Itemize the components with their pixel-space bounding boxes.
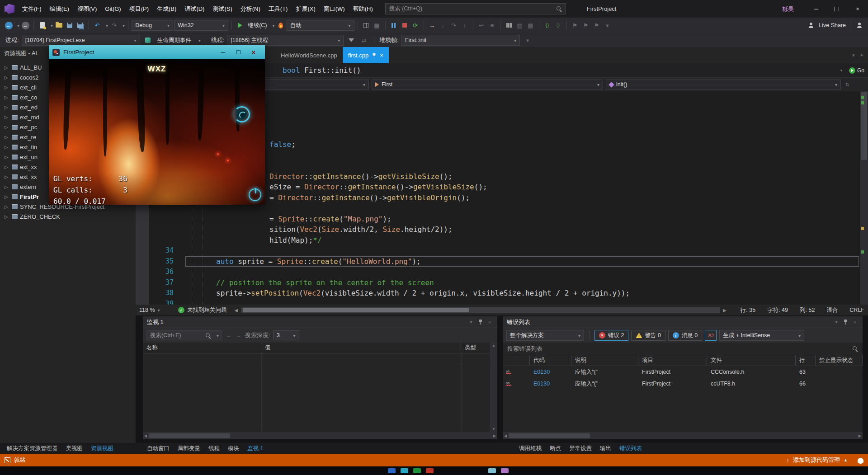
watch-column-header[interactable]: 值 <box>261 343 461 353</box>
error-column-header[interactable]: 禁止显示状态 <box>816 355 863 366</box>
panel-header[interactable]: 错误列表 <box>503 316 863 328</box>
chevron-right-icon[interactable] <box>5 115 9 120</box>
chevron-right-icon[interactable] <box>5 95 9 100</box>
new-file-icon[interactable] <box>37 20 47 30</box>
chevron-right-icon[interactable] <box>5 184 9 189</box>
error-row[interactable]: abE0130应输入“{”FirstProjectccUTF8.h66 <box>503 378 863 390</box>
filter-threads-icon[interactable] <box>346 35 356 45</box>
game-close-button[interactable]: × <box>246 47 261 58</box>
flag-threads-icon[interactable] <box>359 35 369 45</box>
live-share-icon[interactable] <box>806 20 816 30</box>
next-bookmark-icon[interactable] <box>592 20 602 30</box>
breakpoint-gutter[interactable] <box>136 235 149 246</box>
watch-horizontal-scrollbar[interactable]: ◀▶ <box>143 432 497 439</box>
watch-search-input[interactable]: 搜索(Ctrl+E) <box>146 330 222 340</box>
menu-item[interactable]: 生成(B) <box>153 0 180 18</box>
solution-configuration-dropdown[interactable]: Debug <box>132 20 173 31</box>
error-column-header[interactable]: 说明 <box>571 355 638 366</box>
hex-display-icon[interactable] <box>526 20 536 30</box>
window-position-icon[interactable] <box>833 319 840 326</box>
pin-icon[interactable] <box>844 319 848 325</box>
error-source-dropdown[interactable]: 生成 + IntelliSense <box>719 330 804 341</box>
step-into-icon[interactable] <box>438 20 448 30</box>
chevron-right-icon[interactable] <box>5 65 9 70</box>
chevron-right-icon[interactable] <box>5 194 9 199</box>
continue-button[interactable]: 继续(C) <box>248 22 267 29</box>
chevron-down-icon[interactable] <box>840 68 843 73</box>
panel-tab[interactable]: 自动窗口 <box>143 443 174 454</box>
break-all-windows-icon[interactable] <box>361 20 371 30</box>
breakpoint-gutter[interactable] <box>136 267 149 277</box>
panel-tab[interactable]: 模块 <box>224 443 243 454</box>
editor-vertical-scrollbar[interactable] <box>860 91 868 305</box>
error-column-header[interactable] <box>503 355 516 366</box>
search-depth-dropdown[interactable]: 3 <box>273 330 299 340</box>
chevron-right-icon[interactable] <box>5 174 9 179</box>
panel-tab[interactable]: 局部变量 <box>174 443 204 454</box>
close-button[interactable]: × <box>847 0 868 18</box>
taskbar-icon[interactable] <box>401 468 408 473</box>
chevron-right-icon[interactable] <box>5 135 9 140</box>
process-dropdown[interactable]: [10704] FirstProject.exe <box>22 35 140 46</box>
quick-search-box[interactable]: 搜索 (Ctrl+Q) <box>385 3 566 14</box>
step-over-icon[interactable] <box>449 20 459 30</box>
chevron-down-icon[interactable] <box>272 23 274 28</box>
chevron-right-icon[interactable] <box>5 125 9 130</box>
menu-item[interactable]: 编辑(E) <box>46 0 73 18</box>
zoom-level-dropdown[interactable]: 118 % <box>139 307 173 313</box>
panel-tab[interactable]: 异常设置 <box>565 443 596 454</box>
lifecycle-events-button[interactable]: 生命周期事件 <box>157 37 191 44</box>
power-button-icon[interactable] <box>249 188 261 201</box>
maximize-button[interactable] <box>826 0 847 18</box>
type-dropdown[interactable]: First <box>372 80 603 89</box>
go-button[interactable]: Go <box>849 67 864 74</box>
menu-item[interactable]: 调试(D) <box>180 0 208 18</box>
open-file-icon[interactable] <box>54 20 64 30</box>
watch-vertical-scrollbar[interactable]: ▲▼ <box>490 343 497 432</box>
chevron-right-icon[interactable] <box>5 105 9 110</box>
chevron-right-icon[interactable] <box>5 204 9 209</box>
chevron-down-icon[interactable] <box>217 333 219 338</box>
lifecycle-events-icon[interactable] <box>143 35 153 45</box>
menu-item[interactable]: 项目(P) <box>125 0 153 18</box>
error-column-header[interactable] <box>516 355 530 366</box>
menu-item[interactable]: 帮助(H) <box>349 0 377 18</box>
chevron-right-icon[interactable] <box>5 85 9 90</box>
feedback-icon[interactable] <box>854 20 864 30</box>
taskbar-icon[interactable] <box>388 468 396 473</box>
error-column-header[interactable]: 代码 <box>530 355 571 366</box>
continue-icon[interactable] <box>235 20 245 30</box>
taskbar-icon[interactable] <box>413 468 421 473</box>
call-hierarchy-icon[interactable] <box>487 20 497 30</box>
toolbar-options-icon[interactable] <box>603 20 613 30</box>
split-window-icon[interactable] <box>844 81 851 88</box>
error-row[interactable]: abE0130应输入“{”FirstProjectCCConsole.h63 <box>503 366 863 378</box>
editor-options-icon[interactable] <box>858 52 865 59</box>
menu-item[interactable]: 工具(T) <box>264 0 292 18</box>
editor-horizontal-scrollbar[interactable] <box>241 307 720 313</box>
watch-grid[interactable] <box>143 353 490 432</box>
errors-filter-button[interactable]: 错误 2 <box>594 330 628 341</box>
breakpoint-gutter[interactable] <box>136 277 149 288</box>
panel-tab[interactable]: 输出 <box>596 443 615 454</box>
panel-tab[interactable]: 资源视图 <box>87 443 118 454</box>
chevron-right-icon[interactable] <box>5 145 9 150</box>
breakpoint-gutter[interactable] <box>136 245 149 256</box>
minimize-button[interactable]: ─ <box>806 0 826 18</box>
stack-frame-dropdown[interactable]: First::init <box>401 35 520 46</box>
diagnostic-chart-icon[interactable] <box>504 20 514 30</box>
breakpoint-gutter[interactable] <box>136 224 149 235</box>
scrollbar-thumb[interactable] <box>243 308 469 312</box>
error-scope-dropdown[interactable]: 整个解决方案 <box>506 330 584 341</box>
restart-icon[interactable] <box>410 20 420 30</box>
next-match-icon[interactable] <box>235 332 242 339</box>
breakpoint-gutter[interactable] <box>136 256 149 267</box>
watch-column-header[interactable]: 名称 <box>143 343 261 353</box>
breakpoint-gutter[interactable] <box>136 214 149 225</box>
save-all-icon[interactable] <box>75 20 85 30</box>
document-tab[interactable]: first.cpp <box>343 47 389 63</box>
chevron-up-icon[interactable]: ▲ <box>844 458 848 462</box>
navigate-back-icon[interactable] <box>4 20 14 30</box>
add-to-source-control-button[interactable]: 添加到源代码管理 <box>793 456 840 464</box>
breakpoint-gutter[interactable] <box>136 288 149 299</box>
